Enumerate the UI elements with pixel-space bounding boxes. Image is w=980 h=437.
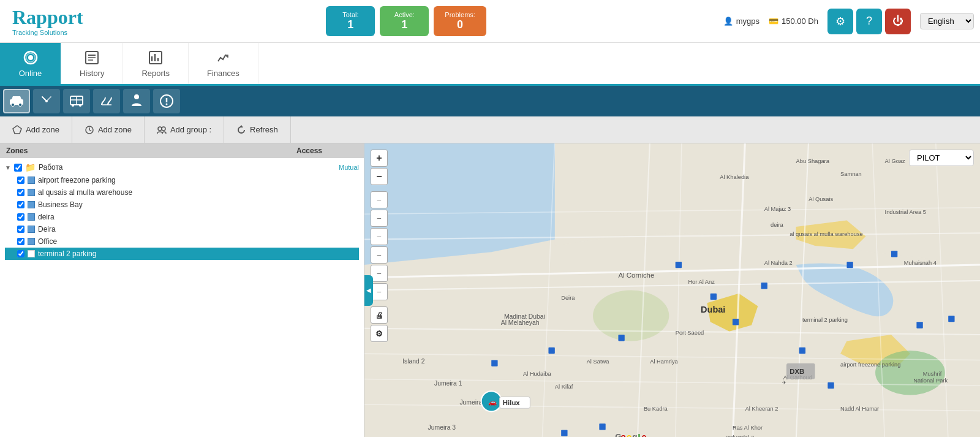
- zoom-level-1[interactable]: ─: [371, 191, 388, 208]
- credit-icon: 💳: [769, 17, 778, 26]
- stats-area: Total: 1 Active: 1 Problems: 0: [326, 6, 486, 36]
- zoom-level-6[interactable]: ─: [371, 283, 388, 300]
- svg-marker-12: [12, 96, 21, 99]
- zoom-level-4[interactable]: ─: [371, 246, 388, 264]
- power-button[interactable]: ⏻: [885, 9, 911, 34]
- sub-alert-button[interactable]: [153, 89, 180, 113]
- active-badge: Active: 1: [380, 6, 429, 36]
- refresh-button[interactable]: Refresh: [224, 116, 291, 143]
- svg-point-15: [45, 100, 48, 102]
- zone-item[interactable]: terminal 2 parking: [5, 248, 359, 260]
- svg-point-22: [134, 94, 139, 99]
- print-button[interactable]: 🖨: [371, 306, 388, 324]
- map-view-select[interactable]: PILOT SATELLITE HYBRID: [909, 150, 974, 166]
- zone-item-checkbox[interactable]: [17, 226, 24, 233]
- tab-history[interactable]: History: [61, 43, 123, 84]
- active-value: 1: [401, 18, 407, 31]
- svg-text:Al Hudaiba: Al Hudaiba: [523, 371, 551, 377]
- add-zone-2-button[interactable]: Add zone: [72, 116, 145, 143]
- zone-rect-icon: [28, 226, 35, 233]
- add-zone-1-button[interactable]: Add zone: [0, 116, 72, 143]
- nav-tabs: Online History Reports Finances: [0, 43, 980, 86]
- svg-text:✈: ✈: [782, 380, 786, 386]
- svg-text:Nadd Al Hamar: Nadd Al Hamar: [840, 406, 879, 412]
- alert-icon: [159, 94, 174, 108]
- svg-text:Industrial Area 5: Industrial Area 5: [885, 209, 926, 215]
- online-icon: [22, 49, 39, 66]
- sub-toolbar: [0, 86, 980, 116]
- map-svg: Dubai Madinat Dubai Al Melaheyah Hor Al …: [364, 143, 980, 437]
- svg-rect-106: [799, 348, 805, 354]
- sub-bus-button[interactable]: [63, 89, 90, 113]
- sub-person-button[interactable]: [123, 89, 150, 113]
- zone-item[interactable]: Office: [5, 235, 359, 248]
- zoom-in-button[interactable]: +: [371, 150, 388, 167]
- svg-rect-109: [916, 322, 922, 328]
- sidebar-header: Zones Access: [0, 143, 364, 158]
- tab-finances[interactable]: Finances: [189, 43, 258, 84]
- zone-item[interactable]: deira: [5, 211, 359, 223]
- svg-text:Bu Kadra: Bu Kadra: [644, 406, 668, 412]
- svg-rect-107: [948, 316, 954, 322]
- svg-rect-100: [710, 294, 717, 300]
- zone-item[interactable]: al qusais al mulla warehouse: [5, 186, 359, 199]
- map-controls: + − ─ ─ ─ ─ ─ ─ 🖨 ⚙: [371, 150, 388, 342]
- language-select[interactable]: English Français العربية: [920, 13, 974, 29]
- svg-text:Al Satwa: Al Satwa: [587, 359, 610, 365]
- zone-rect-icon: [28, 189, 35, 196]
- sub-car-button[interactable]: [3, 89, 30, 113]
- zone-item[interactable]: airport freezone parking: [5, 174, 359, 186]
- zone-item[interactable]: Business Bay: [5, 199, 359, 211]
- svg-text:Al Khaledia: Al Khaledia: [720, 174, 749, 180]
- svg-rect-103: [891, 251, 897, 257]
- zoom-level-2[interactable]: ─: [371, 210, 388, 227]
- svg-text:terminal 2 parking: terminal 2 parking: [802, 317, 848, 323]
- zone-rect-icon: [28, 250, 35, 257]
- zone-item-label: airport freezone parking: [38, 176, 116, 184]
- zone-item-checkbox[interactable]: [17, 213, 24, 221]
- zoom-out-button[interactable]: −: [371, 168, 388, 185]
- svg-text:Ras Al Khor: Ras Al Khor: [733, 425, 763, 431]
- credit-amount: 150.00 Dh: [782, 17, 818, 26]
- zone-item-label: deira: [38, 213, 55, 221]
- car-icon: [9, 96, 24, 107]
- svg-text:Industrial 3: Industrial 3: [726, 435, 755, 437]
- map-sidebar-arrow[interactable]: ◀: [364, 275, 373, 306]
- svg-text:Dubai: Dubai: [701, 305, 725, 314]
- zone-item-checkbox[interactable]: [17, 238, 24, 245]
- add-group-button[interactable]: Add group :: [145, 116, 224, 143]
- svg-point-19: [72, 104, 74, 107]
- tab-online[interactable]: Online: [0, 43, 61, 84]
- zone-item-checkbox[interactable]: [17, 250, 24, 257]
- sub-signal-button[interactable]: [33, 89, 60, 113]
- group-checkbox[interactable]: [14, 164, 22, 172]
- zone-item[interactable]: Deira: [5, 223, 359, 235]
- logo-subtitle: Tracking Solutions: [12, 29, 67, 36]
- logo-title: Rapport: [12, 6, 83, 29]
- svg-text:o: o: [621, 432, 626, 437]
- zone-item-checkbox[interactable]: [17, 189, 24, 196]
- map-area: + − ─ ─ ─ ─ ─ ─ 🖨 ⚙ PILOT SATELLITE HYBR…: [364, 143, 980, 437]
- zoom-level-5[interactable]: ─: [371, 265, 388, 282]
- tab-reports[interactable]: Reports: [123, 43, 189, 84]
- active-label: Active:: [394, 11, 415, 18]
- svg-rect-110: [618, 335, 624, 341]
- settings-button[interactable]: ⚙: [827, 9, 853, 34]
- tab-reports-label: Reports: [141, 69, 170, 78]
- zone-item-checkbox[interactable]: [17, 201, 24, 208]
- zone-item-checkbox[interactable]: [17, 177, 24, 184]
- help-button[interactable]: ?: [856, 9, 882, 34]
- sub-route-button[interactable]: [93, 89, 120, 113]
- svg-text:🚗: 🚗: [488, 398, 497, 406]
- svg-text:Al Corniche: Al Corniche: [618, 272, 654, 279]
- zone-items-container: airport freezone parkingal qusais al mul…: [5, 174, 359, 260]
- collapse-arrow: ▼: [5, 164, 11, 171]
- add-zone-2-label: Add zone: [98, 125, 132, 134]
- history-icon: [83, 49, 100, 66]
- zoom-level-3[interactable]: ─: [371, 228, 388, 245]
- tools-button[interactable]: ⚙: [371, 325, 388, 342]
- problems-badge: Problems: 0: [434, 6, 486, 36]
- top-actions: ⚙ ? ⏻: [827, 9, 911, 34]
- svg-text:Deira: Deira: [561, 295, 575, 301]
- svg-text:l: l: [638, 432, 641, 437]
